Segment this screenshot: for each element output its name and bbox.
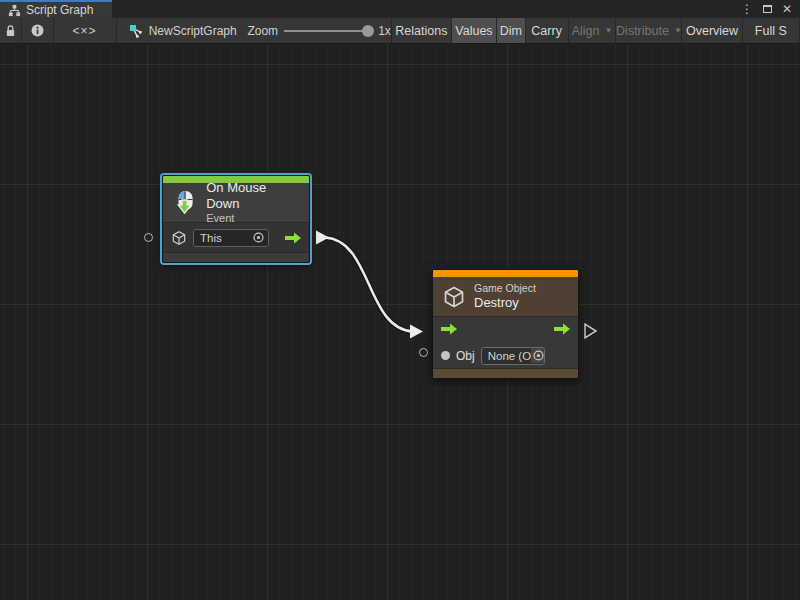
flow-continuation-triangle[interactable] [585, 324, 596, 338]
object-picker-icon[interactable] [252, 231, 265, 244]
event-node-title: On Mouse Down [206, 180, 300, 211]
zoom-slider-knob[interactable] [362, 25, 374, 37]
wire-layer [0, 44, 800, 600]
flow-input-arrow[interactable] [441, 321, 457, 339]
lock-button[interactable] [0, 18, 22, 43]
zoom-label: Zoom [247, 24, 278, 38]
code-preview-button[interactable]: <×> [54, 18, 117, 43]
overview-button[interactable]: Overview [682, 18, 742, 43]
zoom-control: Zoom 1x [239, 18, 391, 43]
graph-hierarchy-icon [8, 4, 21, 17]
chevron-down-icon: ▼ [604, 26, 612, 35]
destroy-node-category: Game Object [474, 282, 536, 295]
relations-toggle[interactable]: Relations [392, 18, 452, 43]
zoom-slider-track [284, 30, 372, 32]
dim-toggle[interactable]: Dim [497, 18, 526, 43]
inspector-button[interactable] [22, 18, 54, 43]
target-field-value: This [200, 232, 222, 244]
obj-param-row: Obj None (O [433, 343, 578, 368]
tab-bar: Script Graph ⋮ ✕ [0, 0, 800, 18]
align-dropdown[interactable]: Align ▼ [569, 18, 617, 43]
align-label: Align [572, 24, 600, 38]
object-picker-icon[interactable] [531, 348, 545, 363]
tab-title: Script Graph [26, 3, 93, 17]
values-toggle[interactable]: Values [452, 18, 497, 43]
gameobject-cube-icon [442, 285, 466, 309]
close-icon[interactable]: ✕ [782, 0, 792, 18]
event-target-input-port[interactable] [144, 233, 153, 242]
object-field-value: None (O [488, 350, 531, 362]
wire-start-arrow [316, 231, 329, 245]
event-node-footer [163, 253, 309, 262]
script-graph-asset-icon [129, 24, 143, 38]
node-destroy[interactable]: Game Object Destroy [432, 269, 579, 379]
fullscreen-button[interactable]: Full S [743, 18, 800, 43]
tab-script-graph[interactable]: Script Graph [0, 0, 112, 18]
window-controls: ⋮ ✕ [741, 0, 800, 18]
zoom-slider[interactable] [284, 25, 372, 37]
event-node-body: This [163, 223, 309, 253]
destroy-node-header: Game Object Destroy [433, 277, 578, 317]
node-on-mouse-down[interactable]: On Mouse Down Event This [162, 175, 310, 263]
destroy-accent-bar [433, 270, 578, 277]
obj-port-dot[interactable] [441, 351, 450, 360]
chevron-down-icon: ▼ [674, 26, 682, 35]
graph-canvas[interactable]: On Mouse Down Event This [0, 44, 800, 600]
code-icon: <×> [73, 24, 97, 38]
mouse-down-icon [172, 189, 198, 216]
distribute-label: Distribute [616, 24, 669, 38]
zoom-value: 1x [378, 24, 391, 38]
destroy-obj-input-port[interactable] [419, 348, 428, 357]
object-field[interactable]: None (O [481, 347, 545, 365]
script-graph-window: Script Graph ⋮ ✕ <×> [0, 0, 800, 600]
event-node-header: On Mouse Down Event [163, 183, 309, 223]
target-field[interactable]: This [193, 229, 269, 247]
graph-name[interactable]: NewScriptGraph [117, 18, 240, 43]
lock-icon [5, 24, 16, 37]
wire-end-arrow [410, 325, 423, 339]
flow-output-arrow[interactable] [554, 321, 570, 339]
event-node-subtitle: Event [206, 212, 300, 225]
graph-name-label: NewScriptGraph [149, 24, 237, 38]
carry-toggle[interactable]: Carry [526, 18, 569, 43]
info-icon [31, 24, 44, 37]
distribute-dropdown[interactable]: Distribute ▼ [616, 18, 682, 43]
trigger-output-arrow[interactable] [285, 232, 301, 244]
kebab-menu-icon[interactable]: ⋮ [741, 0, 753, 18]
connection-wire[interactable] [325, 238, 413, 332]
obj-param-label: Obj [456, 349, 475, 363]
destroy-node-body: Obj None (O [433, 317, 578, 368]
gameobject-cube-icon [171, 230, 187, 246]
maximize-icon[interactable] [763, 5, 772, 13]
destroy-node-footer [433, 368, 578, 378]
graph-toolbar: <×> NewScriptGraph Zoom 1x Relations Val… [0, 18, 800, 44]
flow-port-row [433, 317, 578, 343]
destroy-node-title: Destroy [474, 295, 536, 311]
